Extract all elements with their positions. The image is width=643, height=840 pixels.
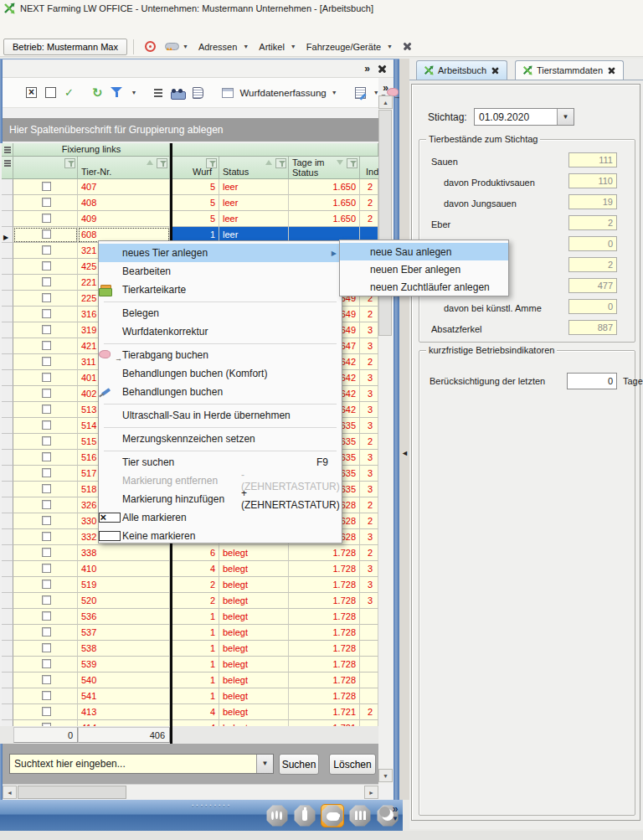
menu-bar-item[interactable] bbox=[10, 24, 25, 29]
adressen-dropdown[interactable]: Adressen bbox=[192, 42, 239, 52]
column-list-icon[interactable] bbox=[154, 89, 162, 97]
tab-arbeitsbuch[interactable]: Arbeitsbuch bbox=[416, 60, 507, 80]
context-menu-item[interactable]: neues Tier anlegen ▶ bbox=[99, 244, 342, 262]
menu-bar-item[interactable] bbox=[85, 24, 100, 29]
context-menu-item[interactable]: Wurfdatenkorrektur ▶ bbox=[99, 322, 342, 341]
row-checkbox-cell[interactable] bbox=[13, 482, 78, 497]
table-row[interactable]: 519 2 belegt 1.728 3 bbox=[0, 577, 378, 593]
apply-mark-icon[interactable]: ✓ bbox=[64, 86, 74, 99]
row-checkbox-cell[interactable] bbox=[13, 386, 78, 402]
table-row[interactable]: 541 1 belegt 1.728 bbox=[0, 688, 378, 704]
table-row[interactable]: 520 2 belegt 1.728 3 bbox=[0, 593, 378, 609]
table-row[interactable]: 540 1 belegt 1.728 bbox=[0, 673, 378, 688]
new-window-icon[interactable] bbox=[222, 88, 234, 98]
row-checkbox-cell[interactable] bbox=[13, 354, 78, 370]
row-checkbox-cell[interactable] bbox=[13, 657, 78, 673]
row-checkbox-cell[interactable] bbox=[13, 418, 78, 434]
submenu-item[interactable]: neuen Eber anlegen bbox=[340, 260, 508, 278]
row-checkbox[interactable] bbox=[42, 436, 51, 446]
chevron-down-icon[interactable]: ▼ bbox=[383, 44, 396, 49]
row-checkbox[interactable] bbox=[42, 420, 51, 430]
refresh-icon[interactable]: ↻ bbox=[92, 85, 103, 100]
ind-column-header[interactable]: Ind bbox=[360, 157, 378, 179]
row-checkbox[interactable] bbox=[42, 198, 51, 207]
row-checkbox[interactable] bbox=[42, 468, 51, 477]
menu-bar-item[interactable] bbox=[55, 24, 70, 29]
row-checkbox-cell[interactable] bbox=[13, 529, 78, 545]
context-menu-item[interactable]: Bearbeiten ▶ bbox=[99, 262, 342, 281]
context-menu-item[interactable]: Markierung hinzufügen + (ZEHNERTASTATUR)… bbox=[99, 490, 342, 508]
select-all-icon[interactable] bbox=[26, 87, 37, 98]
stichtag-select[interactable]: 01.09.2020 ▼ bbox=[474, 108, 574, 126]
expand-panel-icon[interactable]: » bbox=[364, 63, 370, 75]
hscroll-thumb[interactable] bbox=[18, 786, 126, 799]
context-menu-item[interactable]: Behandlungen buchen (Komfort) ▶ bbox=[99, 364, 342, 383]
horizontal-scrollbar[interactable]: ◄ ► bbox=[3, 784, 378, 799]
menu-bar-item[interactable] bbox=[40, 24, 55, 29]
panel-splitter[interactable]: ◄ bbox=[399, 59, 409, 800]
row-checkbox-cell[interactable] bbox=[13, 688, 78, 704]
row-checkbox-cell[interactable] bbox=[13, 370, 78, 386]
row-checkbox[interactable] bbox=[42, 309, 51, 318]
close-tab-icon[interactable] bbox=[491, 66, 499, 74]
module-button[interactable] bbox=[321, 804, 344, 827]
submenu-item[interactable]: neuen Zuchtläufer anlegen bbox=[340, 278, 508, 296]
row-checkbox-cell[interactable] bbox=[13, 497, 78, 513]
tab-tierstammdaten[interactable]: Tierstammdaten bbox=[515, 60, 624, 80]
row-checkbox-cell[interactable] bbox=[13, 625, 78, 641]
table-row[interactable]: 536 1 belegt 1.728 bbox=[0, 609, 378, 625]
tage-column-header[interactable]: Tage imStatus bbox=[289, 157, 360, 179]
row-checkbox-cell[interactable] bbox=[13, 227, 78, 243]
row-checkbox-cell[interactable] bbox=[13, 450, 78, 466]
close-tab-icon[interactable] bbox=[608, 66, 615, 74]
cloud-sync-icon[interactable] bbox=[164, 41, 179, 53]
row-checkbox[interactable] bbox=[42, 405, 51, 414]
row-checkbox-cell[interactable] bbox=[13, 577, 78, 593]
groupby-bar[interactable]: Hier Spaltenüberschrift für Gruppierung … bbox=[3, 118, 378, 142]
row-checkbox-cell[interactable] bbox=[13, 704, 78, 720]
wurfdatenerfassung-button[interactable]: Wurfdatenerfassung bbox=[239, 88, 326, 98]
filter-button-icon[interactable] bbox=[275, 158, 286, 168]
select-none-icon[interactable] bbox=[45, 87, 56, 98]
row-checkbox[interactable] bbox=[42, 627, 51, 636]
row-checkbox[interactable] bbox=[42, 580, 51, 589]
row-checkbox[interactable] bbox=[42, 643, 51, 652]
checkbox-column-header[interactable] bbox=[13, 157, 78, 179]
chevron-down-icon[interactable]: ▼ bbox=[328, 90, 341, 95]
row-checkbox[interactable] bbox=[42, 532, 51, 541]
row-checkbox-cell[interactable] bbox=[13, 275, 78, 291]
scroll-right-icon[interactable]: ► bbox=[364, 786, 378, 799]
submenu-item[interactable]: neue Sau anlegen bbox=[340, 243, 508, 260]
row-checkbox[interactable] bbox=[42, 325, 51, 334]
vscroll-thumb[interactable] bbox=[378, 110, 392, 336]
row-checkbox-cell[interactable] bbox=[13, 720, 78, 726]
row-checkbox[interactable] bbox=[42, 707, 51, 716]
row-checkbox[interactable] bbox=[42, 261, 51, 271]
row-checkbox-cell[interactable] bbox=[13, 402, 78, 418]
row-checkbox-cell[interactable] bbox=[13, 641, 78, 657]
row-checkbox[interactable] bbox=[42, 389, 51, 398]
table-row[interactable]: 537 1 belegt 1.728 bbox=[0, 625, 378, 641]
scroll-down-icon[interactable]: ▼ bbox=[378, 769, 393, 782]
vertical-scrollbar[interactable]: ▲ ▼ bbox=[378, 95, 393, 784]
row-checkbox-cell[interactable] bbox=[13, 195, 78, 211]
row-checkbox[interactable] bbox=[42, 659, 51, 668]
search-input[interactable]: Suchtext hier eingeben... ▼ bbox=[9, 754, 274, 774]
table-row[interactable]: 538 1 belegt 1.728 bbox=[0, 641, 378, 657]
context-menu-item[interactable]: Behandlungen buchen ▶ bbox=[99, 383, 342, 401]
table-row[interactable]: 410 4 belegt 1.728 3 bbox=[0, 561, 378, 577]
stichtag-dropdown-icon[interactable]: ▼ bbox=[557, 109, 574, 125]
artikel-dropdown[interactable]: Artikel bbox=[252, 42, 287, 52]
menu-bar-item[interactable] bbox=[116, 24, 131, 29]
scroll-up-icon[interactable]: ▲ bbox=[378, 95, 393, 109]
menu-bar-item[interactable] bbox=[25, 24, 40, 29]
table-row[interactable]: 408 5 leer 1.650 2 bbox=[0, 195, 378, 211]
close-toolbar-icon[interactable] bbox=[403, 42, 412, 51]
modulebar-overflow-icon[interactable]: »▼ bbox=[392, 805, 399, 823]
module-button[interactable] bbox=[348, 804, 372, 827]
row-checkbox[interactable] bbox=[42, 277, 51, 286]
row-checkbox[interactable] bbox=[42, 293, 51, 302]
resize-grip[interactable]: ········· bbox=[191, 798, 231, 811]
betrieb-button[interactable]: Betrieb: Mustermann Max bbox=[3, 39, 127, 55]
row-checkbox-cell[interactable] bbox=[13, 513, 78, 529]
